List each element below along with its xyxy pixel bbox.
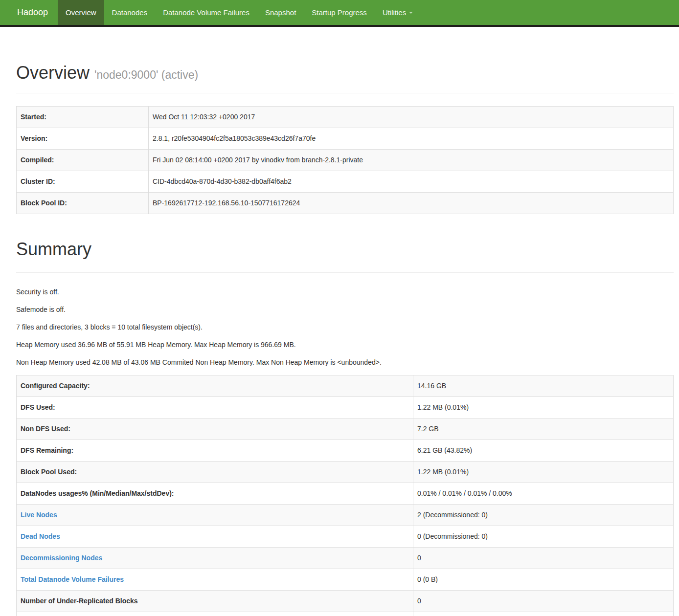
info-value: BP-1692617712-192.168.56.10-150771617262… (149, 192, 674, 214)
summary-label: Number of Blocks Pending Deletion (17, 612, 413, 616)
nav-item-overview: Overview (58, 0, 104, 25)
nav-item-datanode-volume-failures: Datanode Volume Failures (155, 0, 257, 25)
page-title: Overview 'node0:9000' (active) (16, 63, 674, 83)
nav-item-snapshot: Snapshot (257, 0, 304, 25)
nav-link-startup-progress[interactable]: Startup Progress (304, 0, 375, 25)
overview-info-table: Started:Wed Oct 11 12:03:32 +0200 2017Ve… (16, 106, 674, 214)
table-row: Compiled:Fri Jun 02 08:14:00 +0200 2017 … (17, 149, 674, 171)
live-nodes-link[interactable]: Live Nodes (21, 511, 57, 519)
info-value: 2.8.1, r20fe5304904fc2f5a18053c389e43cd2… (149, 128, 674, 149)
summary-title: Summary (16, 240, 674, 259)
table-row: Non DFS Used:7.2 GB (17, 418, 674, 440)
nav-link-overview[interactable]: Overview (58, 0, 104, 25)
summary-page-header: Summary (16, 240, 674, 273)
summary-value: 14.16 GB (413, 375, 674, 397)
nav-item-utilities: Utilities (375, 0, 421, 25)
summary-label: Block Pool Used: (17, 462, 413, 483)
nav-item-datanodes: Datanodes (104, 0, 156, 25)
chevron-down-icon (409, 12, 413, 14)
table-row: DFS Used:1.22 MB (0.01%) (17, 397, 674, 418)
page-title-text: Overview (16, 63, 90, 83)
summary-value: 0 (413, 591, 674, 612)
namenode-address-status: 'node0:9000' (active) (94, 68, 198, 81)
table-row: Decommissioning Nodes0 (17, 548, 674, 569)
nav-link-label: Datanode Volume Failures (163, 8, 249, 17)
nav-link-snapshot[interactable]: Snapshot (257, 0, 304, 25)
info-label: Compiled: (17, 149, 149, 171)
table-row: Live Nodes2 (Decommissioned: 0) (17, 505, 674, 526)
info-label: Version: (17, 128, 149, 149)
summary-label: Live Nodes (17, 505, 413, 526)
table-row: Dead Nodes0 (Decommissioned: 0) (17, 526, 674, 548)
summary-value: 0 (413, 548, 674, 569)
info-label: Cluster ID: (17, 171, 149, 192)
nav-link-label: Startup Progress (312, 8, 367, 17)
summary-table: Configured Capacity:14.16 GBDFS Used:1.2… (16, 375, 674, 616)
summary-paragraph: Heap Memory used 36.96 MB of 55.91 MB He… (16, 340, 674, 350)
summary-label: Decommissioning Nodes (17, 548, 413, 569)
summary-value: 2 (Decommissioned: 0) (413, 505, 674, 526)
summary-paragraph: Non Heap Memory used 42.08 MB of 43.06 M… (16, 357, 674, 367)
summary-label: Total Datanode Volume Failures (17, 569, 413, 591)
summary-value: 0.01% / 0.01% / 0.01% / 0.00% (413, 483, 674, 505)
summary-label: DFS Remaining: (17, 440, 413, 462)
nav-link-label: Snapshot (265, 8, 296, 17)
summary-value: 0 (0 B) (413, 569, 674, 591)
summary-paragraph: 7 files and directories, 3 blocks = 10 t… (16, 322, 674, 332)
summary-paragraph: Safemode is off. (16, 305, 674, 314)
table-row: Cluster ID:CID-4dbcd40a-870d-4d30-b382-d… (17, 171, 674, 192)
nav-link-datanodes[interactable]: Datanodes (104, 0, 156, 25)
summary-value: 6.21 GB (43.82%) (413, 440, 674, 462)
summary-value: 0 (413, 612, 674, 616)
main-content: Overview 'node0:9000' (active) Started:W… (0, 63, 679, 616)
info-label: Started: (17, 106, 149, 128)
nav-link-utilities[interactable]: Utilities (375, 0, 421, 25)
table-row: DataNodes usages% (Min/Median/Max/stdDev… (17, 483, 674, 505)
summary-label: Number of Under-Replicated Blocks (17, 591, 413, 612)
summary-label: Configured Capacity: (17, 375, 413, 397)
navbar: Hadoop OverviewDatanodesDatanode Volume … (0, 0, 679, 27)
dead-nodes-link[interactable]: Dead Nodes (21, 532, 60, 540)
summary-label: DFS Used: (17, 397, 413, 418)
summary-paragraphs: Security is off.Safemode is off.7 files … (16, 287, 674, 367)
total-datanode-volume-failures-link[interactable]: Total Datanode Volume Failures (21, 575, 124, 583)
summary-label: Non DFS Used: (17, 418, 413, 440)
table-row: Number of Under-Replicated Blocks0 (17, 591, 674, 612)
table-row: Configured Capacity:14.16 GB (17, 375, 674, 397)
table-row: DFS Remaining:6.21 GB (43.82%) (17, 440, 674, 462)
summary-value: 1.22 MB (0.01%) (413, 397, 674, 418)
info-label: Block Pool ID: (17, 192, 149, 214)
decommissioning-nodes-link[interactable]: Decommissioning Nodes (21, 554, 102, 562)
summary-label: Dead Nodes (17, 526, 413, 548)
table-row: Total Datanode Volume Failures0 (0 B) (17, 569, 674, 591)
nav-link-datanode-volume-failures[interactable]: Datanode Volume Failures (155, 0, 257, 25)
nav-link-label: Utilities (383, 8, 406, 17)
summary-paragraph: Security is off. (16, 287, 674, 297)
info-value: Fri Jun 02 08:14:00 +0200 2017 by vinodk… (149, 149, 674, 171)
table-row: Number of Blocks Pending Deletion0 (17, 612, 674, 616)
overview-page-header: Overview 'node0:9000' (active) (16, 63, 674, 93)
summary-value: 1.22 MB (0.01%) (413, 462, 674, 483)
table-row: Block Pool ID:BP-1692617712-192.168.56.1… (17, 192, 674, 214)
summary-label: DataNodes usages% (Min/Median/Max/stdDev… (17, 483, 413, 505)
nav-link-label: Datanodes (112, 8, 148, 17)
table-row: Block Pool Used:1.22 MB (0.01%) (17, 462, 674, 483)
navbar-brand[interactable]: Hadoop (0, 0, 58, 25)
table-row: Version:2.8.1, r20fe5304904fc2f5a18053c3… (17, 128, 674, 149)
navbar-menu: OverviewDatanodesDatanode Volume Failure… (58, 0, 421, 25)
info-value: Wed Oct 11 12:03:32 +0200 2017 (149, 106, 674, 128)
nav-item-startup-progress: Startup Progress (304, 0, 375, 25)
info-value: CID-4dbcd40a-870d-4d30-b382-db0aff4f6ab2 (149, 171, 674, 192)
table-row: Started:Wed Oct 11 12:03:32 +0200 2017 (17, 106, 674, 128)
summary-value: 7.2 GB (413, 418, 674, 440)
summary-value: 0 (Decommissioned: 0) (413, 526, 674, 548)
nav-link-label: Overview (66, 8, 96, 17)
